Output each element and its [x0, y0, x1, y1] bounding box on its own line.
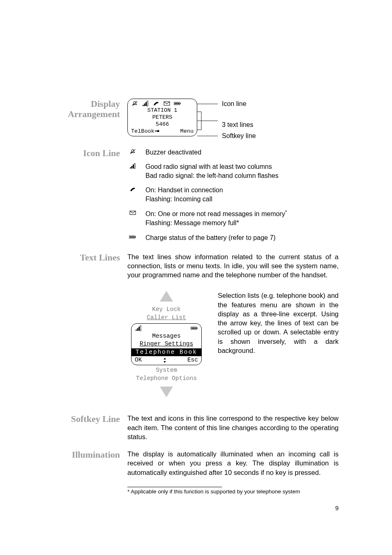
- heading-softkey-line: Softkey Line: [45, 414, 120, 424]
- para-text-lines: The text lines show information related …: [127, 252, 339, 280]
- svg-rect-8: [175, 103, 176, 104]
- lcd-softkey-left: TelBook: [131, 128, 159, 135]
- callout-icon-line: Icon line: [222, 99, 247, 108]
- heading-text-lines: Text Lines: [45, 252, 120, 263]
- svg-rect-32: [191, 328, 193, 329]
- lcd-menu-screen: Messages Ringer Settings Telephone Book …: [131, 323, 202, 366]
- hook-icon: [129, 187, 136, 192]
- hook-icon: [152, 101, 160, 106]
- svg-rect-22: [135, 236, 136, 237]
- menu-soft-left: OK: [135, 356, 142, 364]
- scroll-down-arrow: [160, 387, 173, 397]
- desc-msg-2: Flashing: Message memory full*: [145, 219, 339, 228]
- buzzer-off-icon: [129, 149, 136, 154]
- svg-rect-10: [178, 103, 179, 104]
- desc-signal-2: Bad radio signal: the left-hand column f…: [145, 171, 339, 180]
- scroll-hidden-above-2: Caller List: [147, 314, 186, 322]
- heading-display-arrangement: Display Arrangement: [45, 99, 120, 120]
- svg-rect-25: [133, 236, 134, 237]
- footnote: * Applicable only if this function is su…: [127, 488, 339, 495]
- svg-rect-24: [131, 236, 133, 237]
- svg-rect-16: [130, 168, 131, 169]
- desc-hook-2: Flashing: Incoming call: [145, 195, 339, 204]
- menu-row-1: Messages: [133, 332, 200, 341]
- svg-rect-7: [180, 103, 180, 104]
- callout-text-lines: 3 text lines: [222, 120, 253, 129]
- lcd-idle-screen: STATION 1 PETERS 5466 TelBook Menu: [127, 99, 197, 136]
- svg-rect-2: [144, 104, 145, 106]
- callout-softkey-line: Softkey line: [222, 131, 256, 140]
- desc-buzzer: Buzzer deactivated: [145, 148, 339, 157]
- lcd-text-1: STATION 1: [129, 107, 195, 114]
- page-number: 9: [45, 504, 339, 511]
- heading-icon-line: Icon Line: [45, 148, 120, 158]
- svg-rect-28: [138, 327, 140, 331]
- svg-rect-17: [131, 166, 133, 168]
- buzzer-off-icon: [131, 101, 138, 106]
- battery-icon: [191, 325, 198, 331]
- para-scroll-list: Selection lists (e.g. telephone book) an…: [218, 291, 339, 397]
- signal-icon: [135, 325, 142, 331]
- message-icon: [163, 101, 171, 106]
- desc-hook-1: On: Handset in connection: [145, 186, 339, 195]
- svg-rect-26: [136, 330, 137, 331]
- svg-rect-1: [143, 105, 144, 106]
- svg-point-12: [157, 130, 159, 132]
- footnote-rule: [127, 487, 222, 487]
- battery-icon: [174, 101, 181, 106]
- signal-icon: [129, 163, 136, 169]
- menu-row-3-selected: Telephone Book: [131, 348, 201, 357]
- svg-rect-19: [134, 164, 136, 168]
- desc-signal-1: Good radio signal with at least two colu…: [145, 162, 339, 171]
- svg-rect-9: [176, 103, 178, 104]
- para-illumination: The display is automatically illuminated…: [127, 449, 339, 477]
- svg-rect-27: [137, 328, 138, 331]
- svg-rect-29: [140, 326, 141, 331]
- scroll-hidden-below-2: Telephone Options: [136, 375, 197, 383]
- svg-rect-4: [147, 101, 148, 106]
- signal-icon: [142, 101, 149, 106]
- message-icon: [129, 210, 136, 216]
- svg-rect-18: [133, 165, 134, 169]
- scroll-up-arrow: [160, 291, 173, 302]
- menu-soft-right: Esc: [187, 356, 198, 364]
- para-softkey: The text and icons in this line correspo…: [127, 414, 339, 441]
- desc-msg-1: On: One or more not read messages in mem…: [145, 209, 339, 219]
- menu-row-2: Ringer Settings: [133, 340, 200, 348]
- scroll-hidden-above-1: Key Lock: [152, 306, 181, 314]
- svg-rect-3: [145, 102, 147, 106]
- lcd-softkey-right: Menu: [180, 128, 194, 135]
- svg-rect-33: [193, 328, 194, 329]
- battery-icon: [129, 234, 136, 240]
- arrow-up-down-icon: [162, 357, 168, 363]
- desc-battery: Charge status of the battery (refer to p…: [145, 233, 339, 242]
- svg-line-0: [132, 101, 137, 106]
- svg-rect-31: [196, 328, 197, 329]
- heading-illumination: Illumination: [45, 449, 120, 460]
- svg-line-15: [130, 149, 135, 154]
- lcd-text-2: PETERS: [129, 114, 195, 121]
- lcd-text-3: 5466: [129, 121, 195, 128]
- svg-rect-34: [195, 328, 196, 329]
- svg-rect-23: [130, 236, 131, 237]
- scroll-hidden-below-1: System: [156, 366, 177, 375]
